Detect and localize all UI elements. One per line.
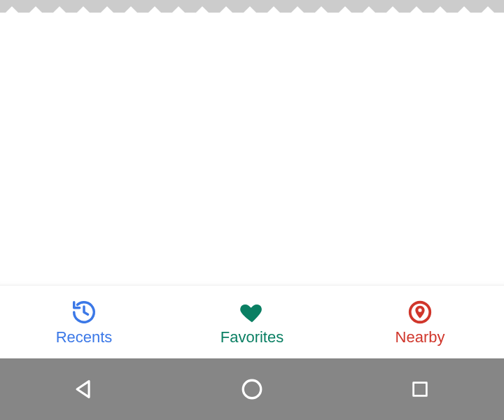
nav-item-recents[interactable]: Recents xyxy=(0,286,168,358)
nav-label-nearby: Nearby xyxy=(396,330,445,345)
circle-home-icon xyxy=(239,377,265,402)
android-system-nav xyxy=(0,358,504,420)
heart-icon xyxy=(237,299,267,326)
triangle-back-icon xyxy=(72,377,96,401)
bottom-navigation: Recents Favorites Nearby xyxy=(0,286,504,358)
content-area xyxy=(0,13,504,286)
svg-point-2 xyxy=(243,380,261,398)
square-recents-icon xyxy=(410,379,430,400)
nav-item-nearby[interactable]: Nearby xyxy=(336,286,504,358)
nav-label-favorites: Favorites xyxy=(220,330,284,345)
history-icon xyxy=(71,299,97,326)
nav-item-favorites[interactable]: Favorites xyxy=(168,286,336,358)
screen: Recents Favorites Nearby xyxy=(0,0,504,420)
system-recents-button[interactable] xyxy=(405,374,435,405)
location-icon xyxy=(407,299,433,326)
system-back-button[interactable] xyxy=(69,374,99,405)
system-home-button[interactable] xyxy=(237,374,267,405)
svg-rect-3 xyxy=(414,383,427,396)
cropped-top-indicator xyxy=(0,0,504,13)
svg-marker-1 xyxy=(77,382,89,398)
nav-label-recents: Recents xyxy=(56,330,113,345)
